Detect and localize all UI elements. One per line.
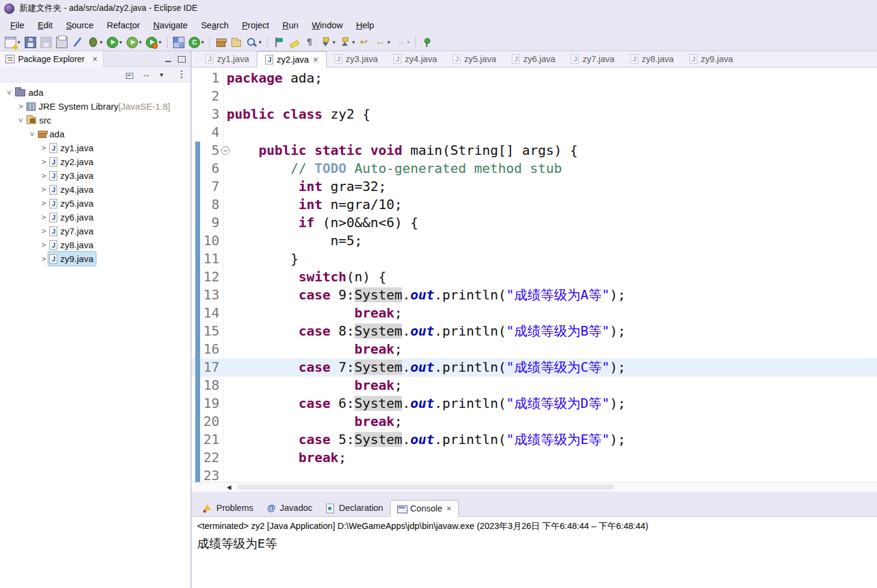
code-line-4[interactable]: 4 <box>192 124 877 142</box>
new-java-class-button[interactable]: ▾ <box>187 34 206 50</box>
next-annotation-button[interactable]: ▾ <box>318 34 338 50</box>
back-button[interactable]: ▾ <box>373 34 392 50</box>
minimize-view-button[interactable] <box>163 54 174 64</box>
coverage-button[interactable]: ▾ <box>125 34 144 50</box>
menu-window[interactable]: Window <box>305 19 350 32</box>
debug-button[interactable]: ▾ <box>86 34 105 50</box>
code-line-20[interactable]: 20 break; <box>192 413 877 431</box>
code-line-1[interactable]: 1package ada; <box>192 69 877 87</box>
maximize-view-button[interactable] <box>176 54 187 64</box>
editor-tab-zy8-java[interactable]: zy8.java <box>623 51 682 67</box>
expand-arrow-icon[interactable]: > <box>39 169 48 183</box>
close-tab-icon[interactable]: × <box>447 504 451 513</box>
link-with-editor-button[interactable] <box>141 69 152 80</box>
expand-arrow-icon[interactable]: > <box>39 238 48 252</box>
expand-arrow-icon[interactable]: > <box>39 252 48 266</box>
tree-item-zy2-java[interactable]: >zy2.java <box>0 155 190 169</box>
code-line-14[interactable]: 14 break; <box>192 304 877 322</box>
code-line-19[interactable]: 19 case 6:System.out.println("成绩等级为D等"); <box>192 395 877 413</box>
code-line-2[interactable]: 2 <box>192 87 877 105</box>
menu-refactor[interactable]: Refactor <box>100 19 146 32</box>
scrollbar-thumb[interactable] <box>237 484 614 490</box>
mark-occurrences-button[interactable] <box>287 34 302 50</box>
line-number[interactable]: 4 <box>192 124 219 142</box>
editor-tab-zy4-java[interactable]: zy4.java <box>386 51 445 67</box>
expand-arrow-icon[interactable]: > <box>16 99 25 113</box>
tree-item-zy9-java[interactable]: >zy9.java <box>0 252 190 266</box>
code-line-5[interactable]: 5 public static void main(String[] args)… <box>192 142 877 160</box>
collapse-arrow-icon[interactable]: > <box>14 116 28 125</box>
pin-editor-button[interactable] <box>420 34 435 50</box>
dropdown-arrow-icon[interactable]: ▾ <box>201 39 204 45</box>
editor-tab-zy7-java[interactable]: zy7.java <box>563 51 622 67</box>
tree-item-ada[interactable]: >ada <box>0 127 190 141</box>
expand-arrow-icon[interactable]: > <box>39 196 48 210</box>
open-perspective-button[interactable] <box>271 34 286 50</box>
code-line-6[interactable]: 6 // TODO Auto-generated method stub <box>192 160 877 178</box>
code-line-13[interactable]: 13 case 9:System.out.println("成绩等级为A等"); <box>192 286 877 304</box>
menu-search[interactable]: Search <box>194 19 235 32</box>
menu-run[interactable]: Run <box>276 19 306 32</box>
last-edit-location-button[interactable] <box>357 34 372 50</box>
dropdown-arrow-icon[interactable]: ▾ <box>159 39 162 45</box>
print-button[interactable] <box>54 34 69 50</box>
code-line-16[interactable]: 16 break; <box>192 340 877 358</box>
expand-arrow-icon[interactable]: > <box>39 141 48 155</box>
code-line-17[interactable]: 17 case 7:System.out.println("成绩等级为C等"); <box>192 358 877 377</box>
new-java-project-button[interactable] <box>171 34 186 50</box>
collapse-arrow-icon[interactable]: > <box>25 130 39 139</box>
dropdown-arrow-icon[interactable]: ▾ <box>388 39 391 45</box>
expand-arrow-icon[interactable]: > <box>39 155 48 169</box>
line-number[interactable]: 1 <box>192 69 219 87</box>
tree-item-zy3-java[interactable]: >zy3.java <box>0 169 190 183</box>
dropdown-arrow-icon[interactable]: ▾ <box>119 39 122 45</box>
expand-arrow-icon[interactable]: > <box>39 224 48 238</box>
package-explorer-tab[interactable]: Package Explorer × <box>0 51 104 67</box>
panel-tab-console[interactable]: Console× <box>390 500 459 517</box>
forward-button[interactable]: ▾ <box>392 34 412 50</box>
code-line-12[interactable]: 12 switch(n) { <box>192 268 877 286</box>
dropdown-arrow-icon[interactable]: ▾ <box>259 39 262 45</box>
line-number[interactable]: 2 <box>192 87 219 105</box>
save-all-button[interactable] <box>39 34 54 50</box>
line-number[interactable]: 3 <box>192 105 219 124</box>
scroll-left-icon[interactable]: ◀ <box>227 484 231 490</box>
horizontal-scrollbar[interactable]: ◀ <box>192 482 877 492</box>
editor-tab-zy9-java[interactable]: zy9.java <box>682 51 741 67</box>
panel-tab-problems[interactable]: Problems <box>196 499 260 516</box>
view-overflow-button[interactable] <box>174 69 184 80</box>
dropdown-arrow-icon[interactable]: ▾ <box>352 39 355 45</box>
editor-tab-zy5-java[interactable]: zy5.java <box>445 51 504 67</box>
collapse-all-button[interactable] <box>125 69 136 80</box>
tree-item-zy8-java[interactable]: >zy8.java <box>0 238 190 252</box>
tree-item-zy6-java[interactable]: >zy6.java <box>0 210 190 224</box>
menu-help[interactable]: Help <box>350 19 381 32</box>
code-line-3[interactable]: 3public class zy2 { <box>192 105 877 124</box>
editor-tab-zy6-java[interactable]: zy6.java <box>504 51 563 67</box>
dropdown-arrow-icon[interactable]: ▾ <box>139 39 142 45</box>
editor-body[interactable]: 1package ada;23public class zy2 {45 publ… <box>192 67 877 482</box>
code-line-15[interactable]: 15 case 8:System.out.println("成绩等级为B等"); <box>192 322 877 340</box>
dropdown-arrow-icon[interactable]: ▾ <box>407 39 410 45</box>
tree-item-ada[interactable]: >ada <box>0 86 190 99</box>
tree-item-zy7-java[interactable]: >zy7.java <box>0 224 190 238</box>
menu-edit[interactable]: Edit <box>31 19 59 32</box>
menu-file[interactable]: File <box>4 19 31 32</box>
code-line-9[interactable]: 9 if (n>0&&n<6) { <box>192 214 877 232</box>
code-line-22[interactable]: 22 break; <box>192 449 877 467</box>
run-button[interactable]: ▾ <box>105 34 124 50</box>
open-type-button[interactable] <box>229 34 244 50</box>
tree-item-src[interactable]: >src <box>0 113 190 127</box>
new-button[interactable]: ▾ <box>3 34 22 50</box>
code-line-23[interactable]: 23 <box>192 467 877 482</box>
save-button[interactable] <box>23 34 38 50</box>
dropdown-arrow-icon[interactable]: ▾ <box>100 39 103 45</box>
close-tab-icon[interactable]: × <box>313 55 318 64</box>
panel-sash[interactable] <box>192 492 877 500</box>
menu-project[interactable]: Project <box>235 19 275 32</box>
collapse-arrow-icon[interactable]: > <box>2 88 16 97</box>
expand-arrow-icon[interactable]: > <box>39 183 48 196</box>
code-line-10[interactable]: 10 n=5; <box>192 232 877 250</box>
code-line-18[interactable]: 18 break; <box>192 377 877 395</box>
dropdown-arrow-icon[interactable]: ▾ <box>17 39 20 45</box>
